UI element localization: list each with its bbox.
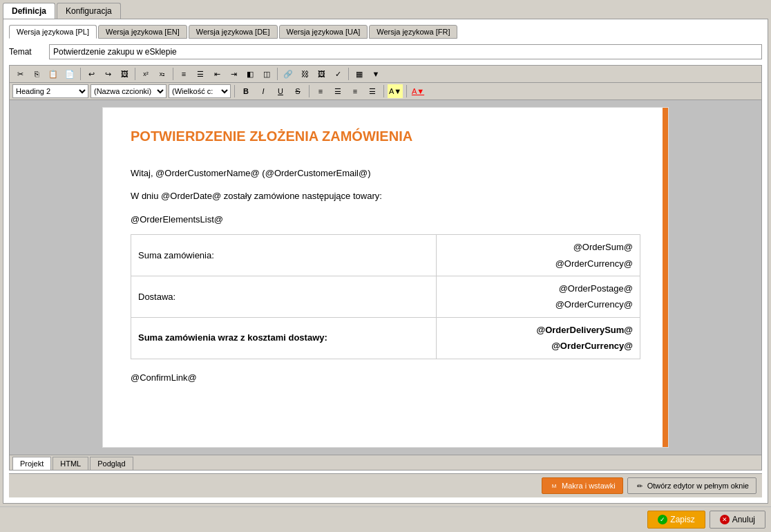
content-area: Wersja językowa [PL] Wersja językowa [EN… <box>3 19 768 504</box>
order-sum: @OrderSum@ <box>573 242 633 252</box>
cut-button[interactable]: ✂ <box>12 67 28 81</box>
table-row-sum: Suma zamówienia: @OrderSum@ @OrderCurren… <box>131 235 640 276</box>
italic-button[interactable]: I <box>256 84 271 98</box>
indent-left-button[interactable]: ⇤ <box>209 67 225 81</box>
font-select[interactable]: (Nazwa czcionki) <box>91 84 166 98</box>
order-currency1: @OrderCurrency@ <box>555 258 633 269</box>
link-button[interactable]: 🔗 <box>280 67 296 81</box>
editor-bottom-tabs: Projekt HTML Podgląd <box>10 455 761 470</box>
sum-label: Suma zamówienia: <box>131 235 437 276</box>
save-check-icon: ✓ <box>658 515 667 524</box>
strikethrough-button[interactable]: S <box>290 84 305 98</box>
subject-input[interactable] <box>49 44 762 59</box>
subject-row: Temat <box>9 44 762 59</box>
justify-button[interactable]: ☰ <box>365 84 380 98</box>
align-left-button[interactable]: ◧ <box>242 67 258 81</box>
align-left2-button[interactable]: ≡ <box>313 84 328 98</box>
editor-page: POTWIERDZENIE ZŁOŻENIA ZAMÓWIENIA Witaj,… <box>102 107 669 448</box>
sep6 <box>234 85 235 97</box>
copy-button[interactable]: ⎘ <box>29 67 44 81</box>
underline-button[interactable]: U <box>273 84 288 98</box>
ul-button[interactable]: ☰ <box>193 67 208 81</box>
special-btn[interactable]: 🖼 <box>117 67 132 81</box>
align-right2-button[interactable]: ≡ <box>348 84 363 98</box>
size-select[interactable]: (Wielkość c: <box>169 84 231 98</box>
delivery-label: Dostawa: <box>131 276 437 317</box>
lang-tabs-bar: Wersja językowa [PL] Wersja językowa [EN… <box>9 25 762 39</box>
image-button[interactable]: 🖼 <box>314 67 329 81</box>
order-date-line: W dniu @OrderDate@ zostały zamówione nas… <box>131 188 640 204</box>
sep1 <box>80 68 81 80</box>
open-editor-button[interactable]: ✏ Otwórz edytor w pełnym oknie <box>627 477 756 494</box>
unlink-button[interactable]: ⛓ <box>297 67 312 81</box>
paste-button[interactable]: 📋 <box>46 67 61 81</box>
edit-icon: ✏ <box>635 481 645 491</box>
save-button[interactable]: ✓ Zapisz <box>647 511 705 529</box>
editor-tab-html[interactable]: HTML <box>53 457 88 470</box>
order-currency3: @OrderCurrency@ <box>551 341 633 351</box>
confirm-link: @ConfirmLink@ <box>131 370 640 386</box>
subscript-button[interactable]: x₂ <box>155 67 170 81</box>
total-value: @OrderDeliverySum@ @OrderCurrency@ <box>437 317 640 359</box>
editor-canvas[interactable]: POTWIERDZENIE ZŁOŻENIA ZAMÓWIENIA Witaj,… <box>10 100 761 455</box>
macro-icon: M <box>549 481 559 491</box>
sum-value: @OrderSum@ @OrderCurrency@ <box>437 235 640 276</box>
lang-tab-pl[interactable]: Wersja językowa [PL] <box>9 25 97 39</box>
total-label: Suma zamówienia wraz z kosztami dostawy: <box>131 317 437 359</box>
sep7 <box>309 85 310 97</box>
cancel-button[interactable]: ✕ Anuluj <box>710 511 765 529</box>
editor-tab-podglad[interactable]: Podgląd <box>90 457 133 470</box>
heading-select[interactable]: Heading 2 <box>12 84 88 98</box>
sep3 <box>173 68 173 80</box>
sep2 <box>135 68 135 80</box>
order-delivery-sum: @OrderDeliverySum@ <box>536 325 633 335</box>
ol-button[interactable]: ≡ <box>176 67 191 81</box>
order-elements-line: @OrderElementsList@ <box>131 211 640 227</box>
toolbar-row1: ✂ ⎘ 📋 📄 ↩ ↪ 🖼 x² x₂ ≡ ☰ ⇤ ⇥ ◧ ◫ 🔗 <box>10 66 761 83</box>
check-button[interactable]: ✓ <box>330 67 345 81</box>
order-table: Suma zamówienia: @OrderSum@ @OrderCurren… <box>131 234 640 359</box>
order-currency2: @OrderCurrency@ <box>555 299 633 310</box>
indent-right-button[interactable]: ⇥ <box>226 67 241 81</box>
footer-buttons: ✓ Zapisz ✕ Anuluj <box>0 506 771 532</box>
table-row-total: Suma zamówienia wraz z kosztami dostawy:… <box>131 317 640 359</box>
fontcolor-button[interactable]: A▼ <box>410 84 426 98</box>
sep8 <box>383 85 384 97</box>
table-row-delivery: Dostawa: @OrderPostage@ @OrderCurrency@ <box>131 276 640 317</box>
subject-label: Temat <box>9 47 44 57</box>
align-center-button[interactable]: ◫ <box>259 67 274 81</box>
lang-tab-fr[interactable]: Wersja językowa [FR] <box>369 25 457 39</box>
superscript-button[interactable]: x² <box>138 67 153 81</box>
orange-bar <box>663 108 668 447</box>
bold-button[interactable]: B <box>238 84 254 98</box>
greeting-line: Witaj, @OrderCustomerName@ (@OrderCustom… <box>131 165 640 181</box>
align-center2-button[interactable]: ☰ <box>330 84 345 98</box>
save-label: Zapisz <box>670 515 694 524</box>
macro-button[interactable]: M Makra i wstawki <box>542 477 623 494</box>
more-button[interactable]: ▼ <box>368 67 383 81</box>
editor-container: ✂ ⎘ 📋 📄 ↩ ↪ 🖼 x² x₂ ≡ ☰ ⇤ ⇥ ◧ ◫ 🔗 <box>9 65 762 471</box>
bottom-toolbar: M Makra i wstawki ✏ Otwórz edytor w pełn… <box>9 473 762 497</box>
sep5 <box>348 68 349 80</box>
email-title: POTWIERDZENIE ZŁOŻENIA ZAMÓWIENIA <box>131 129 640 144</box>
tab-definicja[interactable]: Definicja <box>3 3 55 19</box>
lang-tab-en[interactable]: Wersja językowa [EN] <box>98 25 187 39</box>
redo-button[interactable]: ↪ <box>100 67 115 81</box>
table-button[interactable]: ▦ <box>352 67 367 81</box>
highlight-button[interactable]: A▼ <box>388 84 403 98</box>
macro-label: Makra i wstawki <box>562 482 616 490</box>
order-postage: @OrderPostage@ <box>559 283 633 294</box>
tab-konfiguracja[interactable]: Konfiguracja <box>57 3 121 19</box>
undo-button[interactable]: ↩ <box>84 67 99 81</box>
top-tabs-bar: Definicja Konfiguracja <box>0 0 771 19</box>
toolbar-row2: Heading 2 (Nazwa czcionki) (Wielkość c: … <box>10 83 761 100</box>
sep4 <box>277 68 278 80</box>
lang-tab-de[interactable]: Wersja językowa [DE] <box>189 25 278 39</box>
paste-plain-button[interactable]: 📄 <box>62 67 77 81</box>
editor-tab-projekt[interactable]: Projekt <box>12 457 51 470</box>
lang-tab-ua[interactable]: Wersja językowa [UA] <box>279 25 368 39</box>
email-body: Witaj, @OrderCustomerName@ (@OrderCustom… <box>131 165 640 386</box>
main-window: Definicja Konfiguracja Wersja językowa [… <box>0 0 771 532</box>
sep9 <box>406 85 407 97</box>
open-editor-label: Otwórz edytor w pełnym oknie <box>647 482 749 490</box>
